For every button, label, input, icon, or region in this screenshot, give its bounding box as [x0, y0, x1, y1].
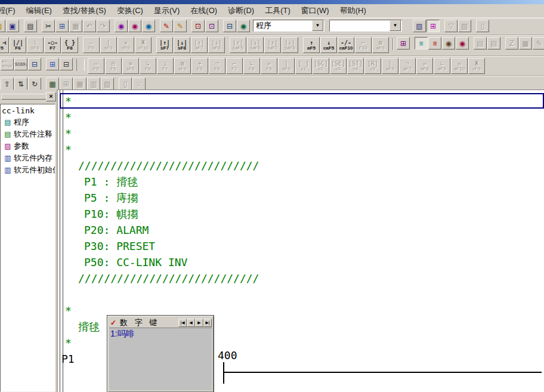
- window-swap-icon[interactable]: ⊟: [223, 20, 236, 32]
- menu-convert[interactable]: 变换(C): [112, 4, 149, 17]
- window-tile-button[interactable]: ⊞: [46, 58, 59, 70]
- tree-item-program[interactable]: ▤程序: [1, 116, 55, 128]
- ladder-row[interactable]: *: [58, 125, 544, 141]
- pulse-result-button[interactable]: ↓caF5: [320, 37, 337, 53]
- fkey-label: sF9: [282, 67, 290, 72]
- menu-diagnostics[interactable]: 诊断(D): [222, 4, 259, 17]
- ladder-row[interactable]: ////////////////////////////: [58, 270, 544, 286]
- ladder-row[interactable]: P10: 帺搊: [58, 206, 544, 222]
- ladder-row[interactable]: P1 : 揹毬: [58, 174, 544, 190]
- fkey-label: aF9: [376, 46, 385, 51]
- fkey-label: F10: [359, 46, 367, 51]
- pan-hand-icon: ☞: [132, 78, 146, 90]
- find-step-up-icon[interactable]: ⇧: [1, 78, 14, 90]
- ladder-row[interactable]: [58, 286, 544, 303]
- ladder-row[interactable]: P30: PRESET: [58, 238, 544, 254]
- menu-window[interactable]: 窗口(W): [296, 4, 335, 17]
- tree-item-parameter[interactable]: ▨参数: [1, 140, 55, 152]
- target-combobox[interactable]: ▼: [329, 20, 402, 32]
- open-contact-button[interactable]: ⊢ ⊣F5: [0, 37, 9, 53]
- sort-steps-button-glyph: S1S9↓: [15, 62, 27, 66]
- ladder-row[interactable]: P20: ALARM: [58, 222, 544, 238]
- find-contact-icon[interactable]: ◉: [237, 20, 250, 32]
- application-instruction-button[interactable]: { }F8: [61, 37, 78, 53]
- menu-tools[interactable]: 工具(T): [259, 4, 296, 17]
- falling-pulse-button[interactable]: |↓|sF8: [174, 37, 190, 53]
- monitor-mode-icon[interactable]: ⊡: [191, 20, 205, 32]
- closed-contact-button[interactable]: |/|F6: [10, 37, 26, 53]
- menu-edit[interactable]: 编辑(E): [21, 4, 57, 17]
- menu-help[interactable]: 帮助(H): [335, 4, 372, 17]
- find-device-icon[interactable]: ◉: [142, 20, 155, 32]
- ladder-delete-icon: ▨: [101, 78, 114, 90]
- ladder-logic-test-icon[interactable]: ⊞: [397, 37, 410, 50]
- write-mode-icon[interactable]: ✎: [160, 20, 173, 32]
- project-tree-icon[interactable]: ⊞: [426, 20, 440, 32]
- keypad-entry[interactable]: 1:吗啡: [109, 328, 212, 340]
- ladder-row[interactable]: ////////////////////////////: [58, 158, 544, 174]
- find-replace-icon[interactable]: ◉: [128, 20, 141, 32]
- ladder-row[interactable]: P5 : 庤搊: [58, 190, 544, 206]
- standard-toolbar: ▨▣▤✂⊞▦↶↷◉◉◉✎✎⊡⊡⊟◉: [1, 20, 251, 32]
- rising-pulse-button[interactable]: |↑|sF7: [156, 37, 173, 53]
- ladder-editor[interactable]: ****////////////////////////////P1 : 揹毬P…: [58, 89, 544, 392]
- menu-find-replace[interactable]: 查找/替换(S): [57, 4, 112, 17]
- invert-result-button[interactable]: ↑aF5: [303, 37, 320, 53]
- statement-display-icon[interactable]: ≡: [428, 37, 441, 50]
- sfc-double-line-button: ⇌F9: [261, 58, 277, 74]
- keypad-titlebar: ✓ 数 字 键 |◀◀▶▶|: [109, 317, 212, 328]
- copy-icon[interactable]: ⊞: [55, 20, 69, 32]
- tree-item-device-memory[interactable]: ▥软元件内存: [1, 152, 55, 164]
- close-icon[interactable]: ×: [46, 92, 56, 101]
- coil-button[interactable]: -○-F7: [44, 37, 61, 53]
- write-comment-icon[interactable]: ✎: [174, 20, 187, 32]
- menu-view[interactable]: 显示(V): [149, 4, 185, 17]
- comment-display-icon[interactable]: ≡: [415, 37, 428, 50]
- monitor-write-icon[interactable]: ⊡: [205, 20, 218, 32]
- invert-operation-button[interactable]: -/-caF10: [338, 37, 354, 53]
- tree-switch-button[interactable]: ⊟: [28, 58, 41, 70]
- fkey-label: F7: [50, 46, 55, 51]
- ladder-row[interactable]: *: [58, 109, 544, 125]
- panel-drag-grip[interactable]: [1, 94, 48, 100]
- sort-steps-button[interactable]: S1S9↓: [14, 58, 27, 70]
- tree-item-device-comment[interactable]: ▤软元件注释: [1, 128, 55, 140]
- note-display-icon[interactable]: ◉: [442, 37, 455, 50]
- cut-icon[interactable]: ✂: [42, 20, 55, 32]
- menu-project[interactable]: 程(F): [0, 4, 21, 17]
- save-project-icon[interactable]: ▣: [6, 20, 19, 32]
- comment-loop-icon-glyph: ↻: [32, 81, 38, 88]
- nav-prev-button[interactable]: ◀: [187, 319, 195, 327]
- find-icon[interactable]: ◉: [115, 20, 128, 32]
- find-device-icon-glyph: ◉: [146, 23, 152, 30]
- parameter-check-icon-glyph: ▧: [416, 23, 422, 30]
- ladder-row[interactable]: P50: CC-LINK INV: [58, 254, 544, 270]
- tree-down-button[interactable]: ⊟: [60, 58, 73, 70]
- window-grid-icon[interactable]: ▦: [46, 78, 59, 90]
- jump-between-icon[interactable]: ⇅: [14, 78, 27, 90]
- tree-item-device-init[interactable]: ▥软元件初始值: [1, 164, 55, 176]
- menu-online[interactable]: 在线(O): [185, 4, 222, 17]
- print-icon[interactable]: ▤: [24, 20, 37, 32]
- chevron-down-icon[interactable]: ▼: [312, 20, 323, 31]
- keypad-window[interactable]: ✓ 数 字 键 |◀◀▶▶| 1:吗啡: [107, 315, 214, 392]
- tree-root-cc-link[interactable]: cc-link: [1, 104, 55, 116]
- program-combobox-value: 程序: [254, 20, 312, 31]
- clear-check-icon: ✎: [533, 37, 544, 50]
- comment-loop-icon[interactable]: ↻: [28, 78, 41, 90]
- device-find-monitor-icon[interactable]: ◉: [456, 37, 469, 50]
- ladder-row-selected[interactable]: *: [58, 93, 544, 109]
- closed-contact-or-button: ⑊sF6: [27, 37, 44, 53]
- window-swap-icon-glyph: ⊟: [227, 23, 233, 30]
- paste-icon-glyph: ▦: [72, 23, 79, 30]
- open-project-icon[interactable]: ▨: [0, 20, 5, 32]
- ladder-row[interactable]: *: [58, 141, 544, 158]
- nav-first-button[interactable]: |◀: [178, 319, 187, 327]
- sfc-r-button: [R]c5: [364, 58, 381, 74]
- nav-next-button[interactable]: ▶: [195, 319, 203, 327]
- program-combobox[interactable]: 程序 ▼: [253, 20, 324, 32]
- redo-icon: ↷: [97, 20, 110, 32]
- chevron-down-icon[interactable]: ▼: [390, 20, 401, 31]
- nav-last-button[interactable]: ▶|: [203, 319, 212, 327]
- parameter-check-icon[interactable]: ▧: [413, 20, 426, 32]
